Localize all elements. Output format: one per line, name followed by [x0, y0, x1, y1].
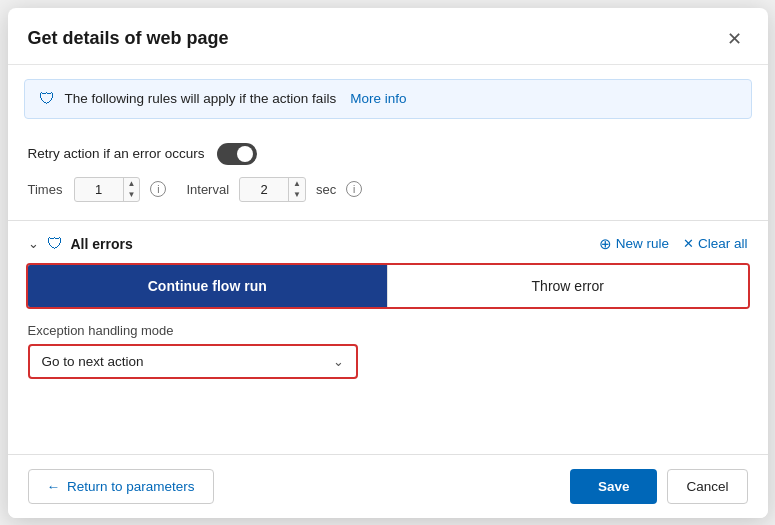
info-banner: 🛡 The following rules will apply if the …: [24, 79, 752, 119]
times-label: Times: [28, 182, 64, 197]
interval-down[interactable]: ▼: [289, 189, 305, 201]
dialog: Get details of web page ✕ 🛡 The followin…: [8, 8, 768, 518]
throw-error-button[interactable]: Throw error: [387, 265, 748, 307]
all-errors-title: All errors: [71, 236, 133, 252]
action-buttons-row: Continue flow run Throw error: [26, 263, 750, 309]
close-button[interactable]: ✕: [721, 26, 748, 52]
times-down[interactable]: ▼: [124, 189, 140, 201]
retry-toggle[interactable]: [217, 143, 257, 165]
save-button[interactable]: Save: [570, 469, 658, 504]
shield-blue-icon: 🛡: [47, 235, 63, 253]
all-errors-row: ⌄ 🛡 All errors ⊕ New rule ✕ Clear all: [8, 225, 768, 263]
sec-label: sec: [316, 182, 336, 197]
chevron-down-icon[interactable]: ⌄: [28, 236, 39, 251]
chevron-down-icon: ⌄: [333, 354, 344, 369]
new-rule-label: New rule: [616, 236, 669, 251]
more-info-link[interactable]: More info: [350, 91, 406, 106]
interval-up[interactable]: ▲: [289, 178, 305, 190]
dialog-footer: ← Return to parameters Save Cancel: [8, 454, 768, 518]
plus-icon: ⊕: [599, 235, 612, 253]
interval-arrows: ▲ ▼: [288, 178, 305, 201]
clear-all-label: Clear all: [698, 236, 748, 251]
interval-input[interactable]: [240, 178, 288, 201]
exception-section: Exception handling mode Go to next actio…: [8, 319, 768, 389]
all-errors-right: ⊕ New rule ✕ Clear all: [599, 235, 748, 253]
dialog-header: Get details of web page ✕: [8, 8, 768, 65]
content-area: 🛡 The following rules will apply if the …: [8, 65, 768, 454]
times-up[interactable]: ▲: [124, 178, 140, 190]
interval-spin: ▲ ▼: [239, 177, 306, 202]
shield-icon: 🛡: [39, 90, 55, 108]
times-row: Times ▲ ▼ i Interval ▲ ▼ s: [28, 173, 748, 210]
interval-info-icon: i: [346, 181, 362, 197]
all-errors-left: ⌄ 🛡 All errors: [28, 235, 133, 253]
interval-label: Interval: [186, 182, 229, 197]
exception-label: Exception handling mode: [28, 323, 748, 338]
times-info-icon: i: [150, 181, 166, 197]
times-arrows: ▲ ▼: [123, 178, 140, 201]
exception-dropdown[interactable]: Go to next action ⌄: [28, 344, 358, 379]
dialog-title: Get details of web page: [28, 28, 229, 49]
return-to-parameters-button[interactable]: ← Return to parameters: [28, 469, 214, 504]
x-icon: ✕: [683, 236, 694, 251]
retry-section: Retry action if an error occurs Times ▲ …: [8, 127, 768, 216]
exception-dropdown-value: Go to next action: [42, 354, 144, 369]
cancel-button[interactable]: Cancel: [667, 469, 747, 504]
clear-all-button[interactable]: ✕ Clear all: [683, 236, 748, 251]
toggle-slider: [217, 143, 257, 165]
continue-flow-button[interactable]: Continue flow run: [28, 265, 388, 307]
banner-text: The following rules will apply if the ac…: [65, 91, 337, 106]
new-rule-button[interactable]: ⊕ New rule: [599, 235, 669, 253]
retry-label: Retry action if an error occurs: [28, 146, 205, 161]
divider: [8, 220, 768, 221]
left-arrow-icon: ←: [47, 479, 61, 494]
times-spin: ▲ ▼: [74, 177, 141, 202]
footer-right: Save Cancel: [570, 469, 748, 504]
times-input[interactable]: [75, 178, 123, 201]
toggle-row: Retry action if an error occurs: [28, 137, 748, 173]
return-label: Return to parameters: [67, 479, 195, 494]
